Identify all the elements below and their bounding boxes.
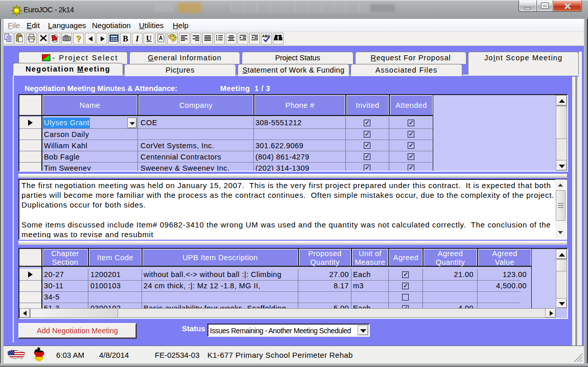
svg-text:A: A xyxy=(159,35,162,41)
